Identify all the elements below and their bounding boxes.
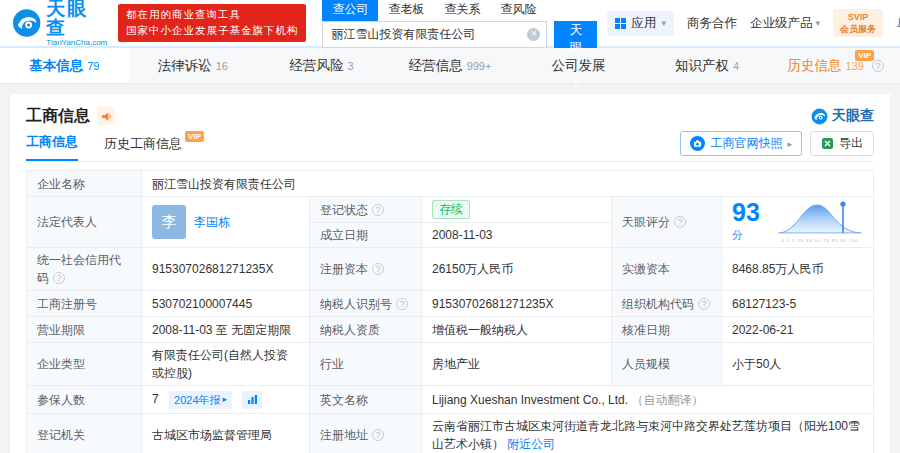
field-label: 企业名称 (27, 171, 142, 197)
promo-banner[interactable]: 都在用的商业查询工具 国家中小企业发展子基金旗下机构 (118, 4, 307, 42)
annual-report-badge[interactable]: 2024年报 ▸ (169, 391, 232, 409)
section-title: 工商信息 (26, 106, 90, 127)
apps-label: 应用 (631, 15, 656, 32)
watermark-logo: 天眼查 (811, 107, 874, 125)
field-label: 登记机关 (27, 414, 142, 453)
help-icon[interactable]: ? (674, 216, 686, 228)
chevron-right-icon: ▸ (787, 139, 792, 149)
help-icon[interactable]: ? (372, 204, 384, 216)
official-snapshot-button[interactable]: 工商官网快照 ▸ (680, 131, 802, 156)
help-icon[interactable]: ? (698, 298, 710, 310)
credit-code-value: 91530702681271235X (142, 248, 310, 291)
brand-name: 天眼查 (46, 0, 108, 37)
section-title-row: 工商信息 (26, 106, 115, 127)
tab-company-development[interactable]: 公司发展 (514, 48, 643, 83)
excel-icon (821, 137, 834, 150)
tab-operation-risk[interactable]: 经营风险3 (257, 48, 386, 83)
search-area: 查公司 查老板 查关系 查风险 × 天眼一下 (322, 0, 597, 48)
est-date-value: 2008-11-03 (422, 223, 612, 248)
help-icon[interactable]: ? (372, 429, 384, 441)
subtab-business-registration[interactable]: 工商信息 (26, 133, 78, 161)
field-label: 组织机构代码? (612, 291, 722, 317)
score-value: 93 (732, 198, 760, 226)
export-button[interactable]: 导出 (810, 131, 874, 156)
taxpayer-id-value: 91530702681271235X (422, 291, 612, 317)
tianyancha-logo-icon (12, 8, 41, 38)
sub-tabs: 工商信息 历史工商信息 VIP 工商官网快照 ▸ 导出 (26, 130, 874, 162)
tab-legal-proceedings[interactable]: 法律诉讼16 (129, 48, 258, 83)
tab-intellectual-property[interactable]: 知识产权4 (643, 48, 772, 83)
help-icon[interactable]: ? (372, 263, 384, 275)
insured-value: 7 (152, 392, 159, 406)
org-code-value: 68127123-5 (722, 291, 874, 317)
reg-address-cell: 云南省丽江市古城区束河街道青龙北路与束河中路交界处艺莲坊项目（阳光100雪山艺术… (422, 414, 874, 453)
help-icon[interactable]: ? (53, 272, 65, 284)
chevron-down-icon: ▾ (815, 18, 820, 28)
field-label: 核准日期 (612, 317, 722, 343)
nearby-companies-link[interactable]: 附近公司 (507, 437, 555, 451)
banner-line-2: 国家中小企业发展子基金旗下机构 (126, 23, 299, 39)
reg-capital-value: 26150万人民币 (422, 248, 612, 291)
search-tab-relation[interactable]: 查关系 (434, 0, 490, 21)
company-nav-tabs: 基本信息79 法律诉讼16 经营风险3 经营信息999+ 公司发展 知识产权4 … (0, 48, 900, 84)
search-input[interactable] (322, 21, 547, 48)
help-icon[interactable]: ? (396, 298, 408, 310)
search-tab-company[interactable]: 查公司 (322, 0, 378, 21)
table-row: 统一社会信用代码? 91530702681271235X 注册资本? 26150… (27, 248, 874, 291)
bar-chart-icon[interactable] (242, 391, 262, 409)
banner-line-1: 都在用的商业查询工具 (126, 7, 299, 23)
clear-icon[interactable]: × (527, 28, 540, 41)
search-tab-boss[interactable]: 查老板 (378, 0, 434, 21)
staff-size-value: 小于50人 (722, 343, 874, 386)
taxpayer-quality-value: 增值税一般纳税人 (422, 317, 612, 343)
status-badge: 存续 (432, 200, 470, 219)
field-label: 企业类型 (27, 343, 142, 386)
table-row: 登记机关 古城区市场监督管理局 注册地址? 云南省丽江市古城区束河街道青龙北路与… (27, 414, 874, 453)
score-distribution-chart: 0 1 5 15 30 50 70 85 95 100 (777, 200, 863, 244)
field-label: 注册地址? (310, 414, 422, 453)
apps-menu[interactable]: 应用 ▾ (607, 11, 674, 36)
search-tabs: 查公司 查老板 查关系 查风险 (322, 0, 597, 21)
notification-bell-icon[interactable] (896, 15, 900, 31)
business-info-table: 企业名称 丽江雪山投资有限责任公司 法定代表人 李 李国栋 登记状态? 存续 天… (26, 170, 874, 453)
field-label: 成立日期 (310, 223, 422, 248)
grid-icon (615, 18, 626, 29)
legal-rep-link[interactable]: 李国栋 (194, 213, 230, 231)
auto-translate-note: （自动翻译） (631, 393, 703, 407)
tab-basic-info[interactable]: 基本信息79 (0, 48, 129, 83)
announcement-icon[interactable] (97, 107, 115, 125)
company-type-value: 有限责任公司(自然人投资或控股) (142, 343, 310, 386)
business-term-value: 2008-11-03 至 无固定期限 (142, 317, 310, 343)
industry-value: 房地产业 (422, 343, 612, 386)
nav-cooperation[interactable]: 商务合作 (687, 15, 737, 32)
english-name-value: Lijiang Xueshan Investment Co., Ltd. (432, 393, 628, 407)
search-button[interactable]: 天眼一下 (554, 21, 597, 48)
score-axis-labels: 0 1 5 15 30 50 70 85 95 100 (781, 238, 858, 244)
legal-rep-cell: 李 李国栋 (142, 197, 310, 248)
search-tab-risk[interactable]: 查风险 (490, 0, 546, 21)
reg-authority-value: 古城区市场监督管理局 (142, 414, 310, 453)
business-info-card: 工商信息 天眼查 工商信息 历史工商信息 VIP (10, 94, 890, 453)
field-label: 注册资本? (310, 248, 422, 291)
field-label: 纳税人识别号? (310, 291, 422, 317)
table-row: 法定代表人 李 李国栋 登记状态? 存续 天眼评分? 93分 (27, 197, 874, 223)
tab-business-info[interactable]: 经营信息999+ (386, 48, 515, 83)
watermark-text: 天眼查 (832, 107, 874, 125)
field-label: 登记状态? (310, 197, 422, 223)
vip-badge: VIP (855, 50, 874, 61)
help-icon[interactable]: ? (872, 60, 884, 72)
subtab-history-registration[interactable]: 历史工商信息 VIP (104, 135, 182, 161)
field-label: 营业期限 (27, 317, 142, 343)
score-cell[interactable]: 93分 (722, 197, 874, 248)
camera-icon (690, 136, 705, 151)
svip-badge[interactable]: SVIP 会员服务 (833, 9, 883, 37)
tianyancha-logo[interactable]: 天眼查 TianYanCha.com (12, 0, 108, 47)
reg-status-cell: 存续 (422, 197, 612, 223)
avatar[interactable]: 李 (152, 205, 186, 239)
nav-enterprise[interactable]: 企业级产品 ▾ (750, 15, 820, 32)
top-nav: 应用 ▾ 商务合作 企业级产品 ▾ SVIP 会员服务 此处有... ▾ (607, 9, 900, 37)
english-name-cell: Lijiang Xueshan Investment Co., Ltd. （自动… (422, 386, 874, 414)
field-label: 英文名称 (310, 386, 422, 414)
tab-history-info[interactable]: VIP 历史信息139 ? (771, 48, 900, 83)
vip-badge: VIP (185, 131, 204, 142)
